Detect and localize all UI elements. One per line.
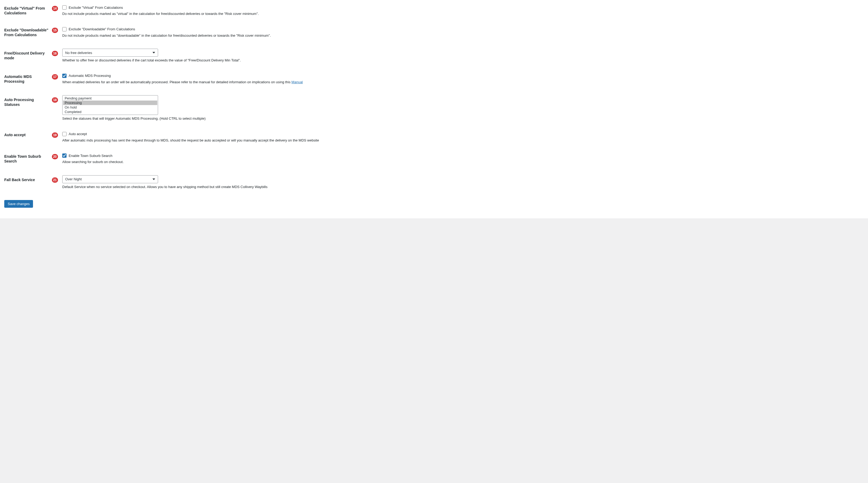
row-auto-mds: Automatic MDS Processing 17 Automatic MD…	[4, 74, 864, 85]
row-town-search: Enable Town Suburb Search 20 Enable Town…	[4, 154, 864, 165]
badge-16: 16	[52, 51, 58, 56]
select-auto-statuses[interactable]: Pending paymentProcessingOn holdComplete…	[62, 95, 158, 115]
desc-exclude-virtual: Do not include products marked as "virtu…	[62, 11, 864, 17]
select-fallback[interactable]: Over Night	[62, 175, 158, 183]
label-town-search: Enable Town Suburb Search	[4, 154, 50, 164]
desc-town-search: Allow searching for suburb on checkout.	[62, 159, 864, 165]
label-auto-statuses: Auto Processing Statuses	[4, 97, 50, 107]
badge-21: 21	[52, 178, 58, 183]
checkbox-exclude-virtual[interactable]	[62, 5, 66, 9]
desc-auto-statuses: Select the statuses that will trigger Au…	[62, 116, 864, 121]
checkbox-auto-mds[interactable]	[62, 74, 66, 78]
badge-19: 19	[52, 132, 58, 138]
row-auto-accept: Auto accept 19 Auto accept After automat…	[4, 132, 864, 143]
row-auto-statuses: Auto Processing Statuses 18 Pending paym…	[4, 95, 864, 121]
check-label-auto-accept: Auto accept	[69, 132, 87, 136]
badge-14: 14	[52, 6, 58, 11]
label-delivery-mode: Free/Discount Delivery mode	[4, 51, 50, 60]
desc-auto-mds-text: When enabled deliveries for an order wil…	[62, 80, 291, 84]
label-auto-accept: Auto accept	[4, 132, 26, 137]
badge-17: 17	[52, 74, 58, 79]
badge-15: 15	[52, 28, 58, 33]
select-delivery-mode[interactable]: No free deliveries	[62, 49, 158, 57]
badge-18: 18	[52, 97, 58, 103]
desc-delivery-mode: Whether to offer free or discounted deli…	[62, 58, 864, 63]
settings-form: Exclude "Virtual" From Calculations 14 E…	[0, 0, 868, 218]
row-delivery-mode: Free/Discount Delivery mode 16 No free d…	[4, 49, 864, 63]
badge-20: 20	[52, 154, 58, 159]
desc-fallback: Default Service when no service selected…	[62, 184, 864, 190]
label-exclude-virtual: Exclude "Virtual" From Calculations	[4, 6, 50, 15]
save-button[interactable]: Save changes	[4, 200, 33, 208]
checkbox-town-search[interactable]	[62, 154, 66, 158]
desc-exclude-downloadable: Do not include products marked as "downl…	[62, 33, 864, 38]
label-auto-mds: Automatic MDS Processing	[4, 74, 50, 84]
desc-auto-accept: After automatic mds processing has sent …	[62, 138, 864, 143]
row-exclude-virtual: Exclude "Virtual" From Calculations 14 E…	[4, 5, 864, 17]
label-exclude-downloadable: Exclude "Downloadable" From Calculations	[4, 28, 50, 37]
row-exclude-downloadable: Exclude "Downloadable" From Calculations…	[4, 27, 864, 38]
check-label-exclude-virtual: Exclude "Virtual" From Calculations	[69, 6, 123, 9]
manual-link[interactable]: Manual	[291, 80, 303, 84]
checkbox-exclude-downloadable[interactable]	[62, 27, 66, 31]
check-label-town-search: Enable Town Suburb Search	[69, 154, 113, 158]
checkbox-auto-accept[interactable]	[62, 132, 66, 136]
check-label-auto-mds: Automatic MDS Processing	[69, 74, 111, 78]
label-fallback: Fall Back Service	[4, 178, 35, 182]
check-label-exclude-downloadable: Exclude "Downloadable" From Calculations	[69, 27, 135, 31]
row-fallback: Fall Back Service 21 Over Night Default …	[4, 175, 864, 190]
desc-auto-mds: When enabled deliveries for an order wil…	[62, 79, 864, 85]
